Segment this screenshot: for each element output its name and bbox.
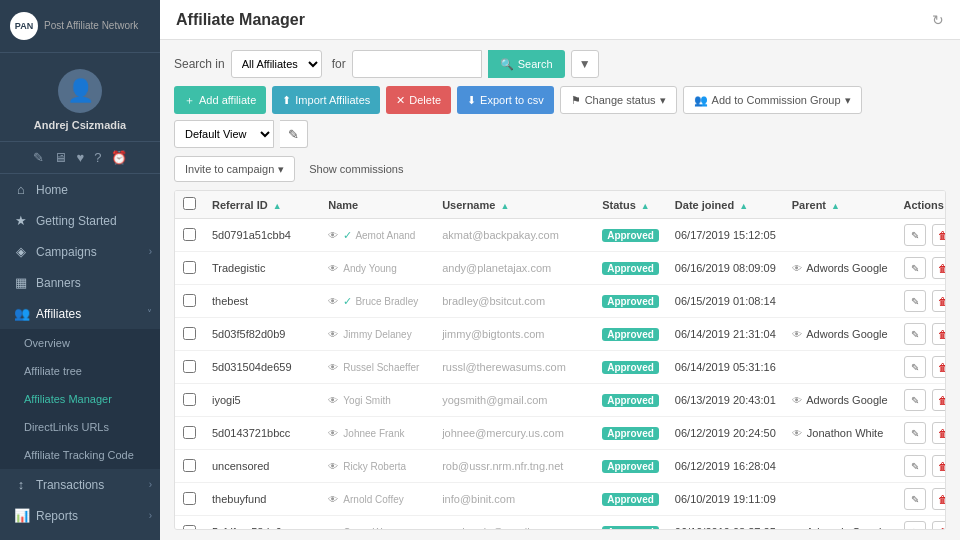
edit-row-button[interactable]: ✎ <box>904 389 926 411</box>
parent-name: Adwords Google <box>806 394 887 406</box>
search-input[interactable] <box>352 50 482 78</box>
row-parent <box>784 450 896 483</box>
row-referral-id: Tradegistic <box>204 252 320 285</box>
delete-row-button[interactable]: 🗑 <box>932 422 946 444</box>
delete-row-button[interactable]: 🗑 <box>932 323 946 345</box>
show-commissions-button[interactable]: Show commissions <box>303 163 409 175</box>
heart-icon[interactable]: ♥ <box>77 150 85 165</box>
status-badge: Approved <box>602 295 659 308</box>
view-select[interactable]: Default View <box>174 120 274 148</box>
delete-row-button[interactable]: 🗑 <box>932 224 946 246</box>
row-status: Approved <box>594 450 667 483</box>
action-bar: ＋ Add affiliate ⬆ Import Affiliates ✕ De… <box>174 86 946 148</box>
refresh-icon[interactable]: ↻ <box>932 12 944 28</box>
row-checkbox[interactable] <box>175 450 204 483</box>
row-date-joined: 06/16/2019 08:09:09 <box>667 252 784 285</box>
invite-campaign-button[interactable]: Invite to campaign ▾ <box>174 156 295 182</box>
edit-tool-icon[interactable]: ✎ <box>33 150 44 165</box>
row-checkbox[interactable] <box>175 483 204 516</box>
search-select[interactable]: All Affiliates <box>231 50 322 78</box>
edit-row-button[interactable]: ✎ <box>904 290 926 312</box>
app-name: Post Affiliate Network <box>44 20 138 32</box>
eye-icon[interactable]: 👁 <box>328 263 338 274</box>
select-all-checkbox[interactable] <box>183 197 196 210</box>
monitor-icon[interactable]: 🖥 <box>54 150 67 165</box>
change-status-button[interactable]: ⚑ Change status ▾ <box>560 86 677 114</box>
row-checkbox[interactable] <box>175 219 204 252</box>
delete-button[interactable]: ✕ Delete <box>386 86 451 114</box>
row-checkbox[interactable] <box>175 516 204 531</box>
row-checkbox[interactable] <box>175 384 204 417</box>
sidebar-item-payouts[interactable]: $ Payouts › <box>0 531 160 540</box>
help-icon[interactable]: ? <box>94 150 101 165</box>
row-date-joined: 06/10/2019 19:11:09 <box>667 483 784 516</box>
sidebar-item-getting-started[interactable]: ★ Getting Started <box>0 205 160 236</box>
edit-row-button[interactable]: ✎ <box>904 323 926 345</box>
eye-icon[interactable]: 👁 <box>328 527 338 530</box>
table-row: 5d03f5f82d0b9 👁 Jimmy Delaney jimmy@bigt… <box>175 318 946 351</box>
edit-row-button[interactable]: ✎ <box>904 455 926 477</box>
add-affiliate-button[interactable]: ＋ Add affiliate <box>174 86 266 114</box>
sidebar-item-transactions[interactable]: ↕ Transactions › <box>0 469 160 500</box>
add-commission-button[interactable]: 👥 Add to Commission Group ▾ <box>683 86 862 114</box>
row-name: 👁 Jimmy Delaney <box>320 318 434 351</box>
row-checkbox[interactable] <box>175 417 204 450</box>
sidebar-item-affiliates[interactable]: 👥 Affiliates ˅ <box>0 298 160 329</box>
export-csv-button[interactable]: ⬇ Export to csv <box>457 86 554 114</box>
eye-icon[interactable]: 👁 <box>328 428 338 439</box>
topbar: Affiliate Manager ↻ <box>160 0 960 40</box>
delete-label: Delete <box>409 94 441 106</box>
page-title: Affiliate Manager <box>176 11 305 29</box>
edit-row-button[interactable]: ✎ <box>904 422 926 444</box>
sidebar-item-campaigns[interactable]: ◈ Campaigns › <box>0 236 160 267</box>
group-icon: 👥 <box>694 94 708 107</box>
edit-row-button[interactable]: ✎ <box>904 257 926 279</box>
banners-icon: ▦ <box>14 275 28 290</box>
row-checkbox[interactable] <box>175 318 204 351</box>
filter-button[interactable]: ▼ <box>571 50 599 78</box>
col-header-name[interactable]: Name <box>320 191 434 219</box>
sidebar-item-home[interactable]: ⌂ Home <box>0 174 160 205</box>
delete-row-button[interactable]: 🗑 <box>932 455 946 477</box>
search-button[interactable]: 🔍 Search <box>488 50 565 78</box>
delete-row-button[interactable]: 🗑 <box>932 488 946 510</box>
eye-icon[interactable]: 👁 <box>328 296 338 307</box>
col-header-username[interactable]: Username ▲ <box>434 191 594 219</box>
import-label: Import Affiliates <box>295 94 370 106</box>
eye-icon[interactable]: 👁 <box>328 395 338 406</box>
sidebar-item-reports[interactable]: 📊 Reports › <box>0 500 160 531</box>
affiliate-name: Ricky Roberta <box>343 461 406 472</box>
delete-row-button[interactable]: 🗑 <box>932 356 946 378</box>
import-affiliates-button[interactable]: ⬆ Import Affiliates <box>272 86 380 114</box>
col-header-status[interactable]: Status ▲ <box>594 191 667 219</box>
col-header-date-joined[interactable]: Date joined ▲ <box>667 191 784 219</box>
delete-row-button[interactable]: 🗑 <box>932 389 946 411</box>
row-checkbox[interactable] <box>175 285 204 318</box>
row-date-joined: 06/10/2019 08:37:25 <box>667 516 784 531</box>
eye-icon[interactable]: 👁 <box>328 230 338 241</box>
sidebar-item-affiliate-tree[interactable]: Affiliate tree <box>0 357 160 385</box>
edit-row-button[interactable]: ✎ <box>904 488 926 510</box>
delete-row-button[interactable]: 🗑 <box>932 521 946 530</box>
edit-row-button[interactable]: ✎ <box>904 224 926 246</box>
eye-icon[interactable]: 👁 <box>328 329 338 340</box>
sidebar-item-overview[interactable]: Overview <box>0 329 160 357</box>
sidebar-item-tracking-code[interactable]: Affiliate Tracking Code <box>0 441 160 469</box>
clock-icon[interactable]: ⏰ <box>111 150 127 165</box>
row-checkbox[interactable] <box>175 252 204 285</box>
col-header-parent[interactable]: Parent ▲ <box>784 191 896 219</box>
sidebar-item-directlinks[interactable]: DirectLinks URLs <box>0 413 160 441</box>
sidebar-item-banners[interactable]: ▦ Banners <box>0 267 160 298</box>
row-checkbox[interactable] <box>175 351 204 384</box>
sidebar-item-affiliates-manager[interactable]: Affiliates Manager <box>0 385 160 413</box>
delete-row-button[interactable]: 🗑 <box>932 290 946 312</box>
delete-row-button[interactable]: 🗑 <box>932 257 946 279</box>
edit-row-button[interactable]: ✎ <box>904 521 926 530</box>
eye-icon[interactable]: 👁 <box>328 362 338 373</box>
edit-row-button[interactable]: ✎ <box>904 356 926 378</box>
eye-icon[interactable]: 👁 <box>328 494 338 505</box>
row-parent: 👁 Adwords Google <box>784 516 896 531</box>
view-edit-button[interactable]: ✎ <box>280 120 308 148</box>
col-header-referral-id[interactable]: Referral ID ▲ <box>204 191 320 219</box>
eye-icon[interactable]: 👁 <box>328 461 338 472</box>
